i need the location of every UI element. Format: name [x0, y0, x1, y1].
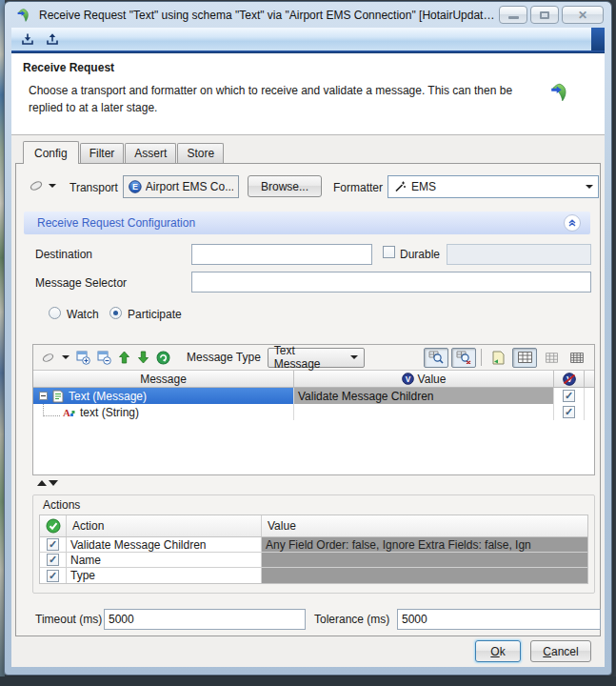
value-icon: V — [402, 373, 414, 385]
timeout-label: Timeout (ms) — [35, 613, 102, 626]
magnifier-table-icon — [428, 351, 444, 364]
validate-checkbox[interactable] — [563, 406, 575, 418]
message-column-header[interactable]: Message — [33, 371, 294, 387]
maximize-icon — [540, 11, 549, 19]
filter-view-toggle[interactable] — [451, 348, 476, 368]
action-enabled-checkbox[interactable] — [47, 570, 59, 582]
tolerance-label: Tolerance (ms) — [314, 613, 389, 626]
titlebar[interactable]: Receive Request "Text" using schema "Tex… — [5, 2, 611, 28]
watch-radio[interactable] — [49, 307, 61, 319]
top-toolbar — [11, 28, 605, 50]
action-name: Validate Message Children — [70, 538, 207, 552]
link-dropdown-icon[interactable] — [49, 184, 56, 188]
actions-table: Action Value Validate Message Children A… — [39, 514, 588, 584]
tab-assert[interactable]: Assert — [125, 143, 176, 163]
minimize-button[interactable] — [499, 6, 527, 24]
splitter-up-icon[interactable] — [37, 480, 47, 486]
wand-icon — [393, 180, 407, 193]
message-node-icon — [52, 390, 64, 403]
grid-icon — [518, 352, 532, 363]
splitter-handle[interactable] — [37, 480, 58, 486]
message-selector-input[interactable] — [191, 272, 591, 293]
move-up-icon[interactable] — [118, 351, 130, 364]
link-icon[interactable] — [29, 180, 44, 192]
magnifier-cross-table-icon — [456, 351, 471, 364]
no-validate-icon: V — [563, 373, 576, 386]
splitter-down-icon[interactable] — [49, 480, 58, 486]
export-icon[interactable] — [46, 32, 59, 46]
tree-row-text-string[interactable]: A text (String) — [33, 404, 594, 420]
durable-checkbox[interactable] — [383, 246, 395, 258]
import-icon[interactable] — [21, 32, 34, 46]
tree-node-label: text (String) — [80, 406, 139, 419]
message-type-caret-icon — [350, 355, 358, 359]
close-button[interactable]: ✕ — [562, 6, 604, 24]
collapse-all-icon[interactable] — [97, 351, 111, 365]
message-type-select[interactable]: Text Message — [268, 348, 365, 368]
destination-input[interactable] — [191, 244, 372, 265]
tree-node-label: Text (Message) — [69, 390, 147, 403]
document-view-icon[interactable] — [487, 348, 509, 368]
string-field-icon: A — [62, 407, 75, 418]
collapse-section-button[interactable] — [564, 214, 581, 232]
action-enabled-checkbox[interactable] — [47, 538, 59, 551]
receive-request-dialog: Receive Request "Text" using schema "Tex… — [4, 1, 612, 676]
svg-text:V: V — [405, 374, 410, 384]
validate-view-toggle[interactable] — [424, 348, 448, 368]
collapse-node-icon[interactable] — [39, 392, 48, 400]
link-dropdown-icon[interactable] — [62, 355, 70, 359]
action-row[interactable]: Name — [40, 553, 587, 568]
transport-value: Airport EMS Co... — [146, 180, 233, 193]
value-column-header[interactable]: V Value — [294, 371, 554, 387]
tab-store[interactable]: Store — [177, 143, 224, 163]
grid-dense-icon[interactable] — [566, 348, 588, 368]
page-title: Receive Request — [23, 61, 114, 74]
cancel-button[interactable]: Cancel — [530, 640, 591, 662]
formatter-select[interactable]: EMS — [387, 175, 599, 198]
app-icon — [16, 8, 31, 23]
validate-column-header[interactable]: V — [554, 371, 585, 387]
tree-connector — [43, 404, 60, 416]
actions-group: Actions Action Value — [32, 494, 595, 594]
transport-label: Transport — [70, 181, 118, 194]
section-header-receive-request-configuration[interactable]: Receive Request Configuration — [24, 212, 590, 234]
link-icon[interactable] — [41, 353, 55, 363]
action-enabled-checkbox[interactable] — [47, 554, 59, 566]
timeout-input[interactable] — [104, 609, 306, 630]
close-icon: ✕ — [578, 9, 587, 22]
message-selector-label: Message Selector — [35, 276, 127, 290]
action-column-header[interactable]: Action — [67, 515, 262, 536]
message-editor: Message Type Text Message — [32, 344, 595, 475]
grid-view-toggle[interactable] — [512, 348, 537, 368]
chevron-up-icon — [567, 218, 577, 228]
tab-config[interactable]: Config — [23, 141, 79, 164]
config-panel: Transport E Airport EMS Co... Browse... … — [15, 163, 601, 636]
action-row[interactable]: Type — [40, 568, 587, 583]
minimize-icon — [508, 16, 519, 19]
tab-filter[interactable]: Filter — [80, 143, 125, 163]
tree-row-text-message[interactable]: Text (Message) Validate Message Children — [33, 388, 594, 404]
destination-label: Destination — [35, 248, 92, 261]
browse-button[interactable]: Browse... — [248, 175, 322, 197]
action-value: Any Field Order: false, Ignore Extra Fie… — [266, 538, 531, 552]
participate-radio[interactable] — [109, 307, 122, 319]
refresh-icon[interactable] — [156, 351, 170, 365]
transport-field[interactable]: E Airport EMS Co... — [123, 175, 239, 198]
svg-text:A: A — [63, 407, 70, 418]
message-tree-header: Message V Value V — [33, 371, 594, 388]
expand-all-icon[interactable] — [76, 351, 90, 365]
formatter-caret-icon — [586, 185, 593, 189]
move-down-icon[interactable] — [137, 351, 149, 364]
durable-input — [447, 244, 591, 265]
tab-bar: Config Filter Assert Store — [11, 135, 605, 163]
tolerance-input[interactable] — [397, 609, 601, 630]
enabled-column-icon — [46, 518, 61, 534]
ok-button[interactable]: Ok — [475, 640, 521, 662]
action-row[interactable]: Validate Message Children Any Field Orde… — [40, 537, 587, 553]
validate-checkbox[interactable] — [563, 390, 575, 402]
watch-label: Watch — [67, 308, 99, 321]
grid-sparse-icon[interactable] — [540, 348, 563, 368]
value-column-header[interactable]: Value — [262, 515, 587, 536]
message-type-value: Text Message — [274, 344, 341, 371]
maximize-button[interactable] — [530, 6, 559, 24]
